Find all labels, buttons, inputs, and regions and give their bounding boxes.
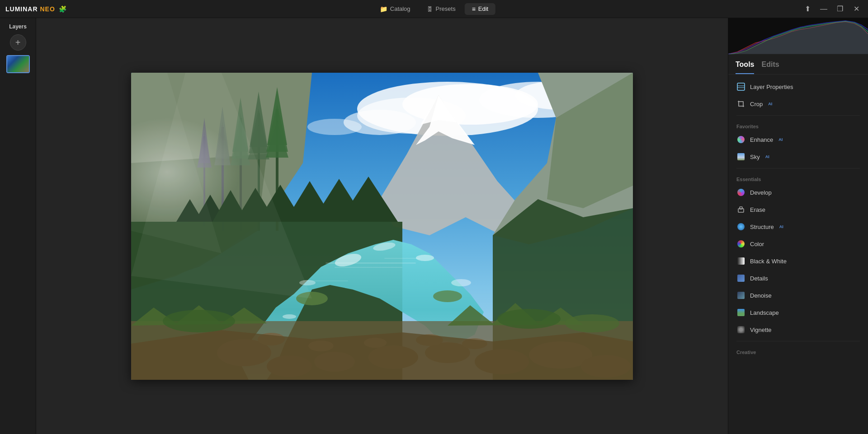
titlebar: LUMINAR NEO 🧩 📁 Catalog 🎛 Presets ≡ Edit… <box>0 0 868 18</box>
svg-point-50 <box>451 279 471 286</box>
sky-icon <box>736 152 745 161</box>
layers-panel: Layers + <box>0 18 36 434</box>
separator-3 <box>736 341 860 341</box>
svg-rect-76 <box>326 262 416 264</box>
edit-label: Edit <box>478 5 488 12</box>
crop-item[interactable]: Crop AI <box>728 95 868 112</box>
denoise-label: Denoise <box>750 292 772 299</box>
catalog-label: Catalog <box>390 5 410 12</box>
structure-ai-badge: AI <box>779 224 783 229</box>
maximize-button[interactable]: ❐ <box>834 3 846 15</box>
svg-rect-86 <box>737 83 745 90</box>
vignette-item[interactable]: Vignette <box>728 321 868 338</box>
erase-item[interactable]: Erase <box>728 201 868 218</box>
add-layer-button[interactable]: + <box>10 34 26 51</box>
svg-point-72 <box>497 309 561 329</box>
histogram-area <box>728 18 868 54</box>
save-window-button[interactable]: ⬆ <box>801 3 814 15</box>
enhance-ai-badge: AI <box>778 137 783 142</box>
denoise-icon <box>736 291 745 300</box>
svg-rect-77 <box>335 267 402 268</box>
black-white-label: Black & White <box>750 258 787 265</box>
black-white-item[interactable]: Black & White <box>728 252 868 270</box>
develop-label: Develop <box>750 189 772 196</box>
edit-nav-button[interactable]: ≡ Edit <box>465 3 496 15</box>
structure-label: Structure <box>750 224 774 230</box>
svg-marker-68 <box>131 330 633 380</box>
presets-icon: 🎛 <box>427 5 433 13</box>
svg-rect-89 <box>739 102 743 106</box>
canvas-area <box>36 18 728 434</box>
details-icon <box>736 274 745 283</box>
plugin-icon: 🧩 <box>59 5 66 13</box>
sky-label: Sky <box>750 154 760 160</box>
enhance-item[interactable]: Enhance AI <box>728 131 868 148</box>
color-icon <box>736 239 745 248</box>
svg-rect-88 <box>737 87 745 88</box>
tab-edits[interactable]: Edits <box>761 61 779 74</box>
presets-label: Presets <box>436 5 456 12</box>
crop-icon <box>736 99 745 108</box>
svg-rect-87 <box>737 85 745 86</box>
enhance-icon <box>736 135 745 144</box>
histogram-chart <box>728 18 868 54</box>
vignette-icon <box>736 325 745 334</box>
landscape-image <box>131 73 633 380</box>
details-item[interactable]: Details <box>728 270 868 287</box>
sky-item[interactable]: Sky AI <box>728 148 868 165</box>
develop-item[interactable]: Develop <box>728 184 868 201</box>
layer-properties-item[interactable]: Layer Properties <box>728 78 868 95</box>
tools-content: Layer Properties Crop AI Favorites <box>728 75 868 434</box>
layer-props-icon <box>736 82 745 91</box>
details-label: Details <box>750 275 768 282</box>
svg-point-71 <box>163 310 235 332</box>
denoise-item[interactable]: Denoise <box>728 287 868 304</box>
vignette-label: Vignette <box>750 327 771 333</box>
main-layout: Layers + <box>0 18 868 434</box>
svg-rect-91 <box>740 207 742 209</box>
catalog-nav-button[interactable]: 📁 Catalog <box>373 3 418 15</box>
landscape-label: Landscape <box>750 309 779 316</box>
presets-nav-button[interactable]: 🎛 Presets <box>420 3 463 15</box>
structure-item[interactable]: Structure AI <box>728 218 868 235</box>
bw-icon <box>736 257 745 266</box>
erase-label: Erase <box>750 206 765 213</box>
enhance-label: Enhance <box>750 136 773 143</box>
titlebar-left: LUMINAR NEO 🧩 <box>5 5 66 13</box>
landscape-item[interactable]: Landscape <box>728 304 868 321</box>
crop-label: Crop <box>750 101 763 107</box>
panel-tabs: Tools Edits <box>728 54 868 75</box>
essentials-header: Essentials <box>728 171 868 184</box>
app-logo: LUMINAR NEO <box>5 5 55 13</box>
color-item[interactable]: Color <box>728 235 868 252</box>
svg-point-52 <box>283 314 296 319</box>
photo-canvas <box>131 73 633 380</box>
favorites-header: Favorites <box>728 118 868 131</box>
landscape-icon <box>736 308 745 317</box>
edit-icon: ≡ <box>472 5 476 13</box>
layer-properties-label: Layer Properties <box>750 84 793 90</box>
structure-icon <box>736 222 745 231</box>
catalog-icon: 📁 <box>380 5 387 13</box>
sky-ai-badge: AI <box>765 154 769 159</box>
color-label: Color <box>750 241 764 247</box>
svg-point-9 <box>307 119 362 135</box>
logo-luminar: LUMINAR <box>5 5 38 13</box>
svg-point-73 <box>565 314 619 332</box>
window-controls: ⬆ — ❐ ✕ <box>801 3 863 15</box>
logo-neo: NEO <box>40 5 55 13</box>
close-button[interactable]: ✕ <box>850 3 863 15</box>
svg-point-75 <box>433 290 462 302</box>
layer-thumbnail[interactable] <box>6 55 30 73</box>
separator-1 <box>736 115 860 116</box>
erase-icon <box>736 205 745 214</box>
svg-rect-79 <box>384 258 420 259</box>
crop-ai-badge: AI <box>768 102 772 106</box>
tab-tools[interactable]: Tools <box>736 61 754 74</box>
layer-thumb-image <box>7 56 29 72</box>
svg-rect-78 <box>303 280 348 281</box>
minimize-button[interactable]: — <box>817 3 830 15</box>
right-panel: Tools Edits Layer Properties <box>728 18 868 434</box>
develop-icon <box>736 188 745 197</box>
separator-2 <box>736 168 860 168</box>
